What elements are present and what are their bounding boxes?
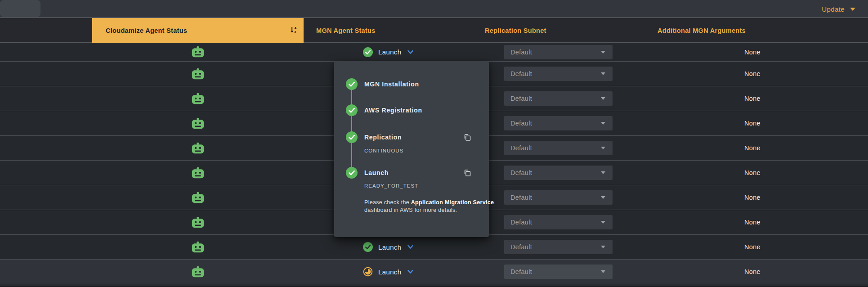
additional-mgn-arguments-value: None: [720, 111, 785, 135]
additional-mgn-arguments-value: None: [720, 136, 785, 160]
step-connector-line: [351, 84, 352, 173]
migration-table-page: Update Cloudamize Agent Status A z MGN A…: [0, 0, 868, 287]
select-caret-icon: [601, 97, 605, 100]
status-success-icon: [363, 47, 373, 57]
select-caret-icon: [601, 196, 605, 199]
cloudamize-agent-robot-icon: [191, 136, 205, 160]
selected-option: Default: [510, 194, 532, 201]
additional-mgn-arguments-value: None: [720, 260, 785, 284]
selected-option: Default: [510, 49, 532, 56]
update-dropdown-button[interactable]: Update: [822, 0, 855, 18]
top-bar: Update: [0, 0, 868, 18]
mgn-status-label: Launch: [378, 243, 402, 251]
selected-option: Default: [510, 120, 532, 127]
replication-subnet-select[interactable]: Default: [504, 166, 613, 180]
replication-subnet-select[interactable]: Default: [504, 240, 613, 254]
step-label: MGN Installation: [364, 81, 419, 88]
column-header-cloudamize-agent-status[interactable]: Cloudamize Agent Status A z: [92, 18, 304, 43]
replication-subnet-select[interactable]: Default: [504, 116, 613, 130]
cloudamize-agent-robot-icon: [191, 235, 205, 259]
replication-subnet-select[interactable]: Default: [504, 91, 613, 106]
update-label: Update: [822, 5, 845, 13]
table-row: Launch Default None: [0, 260, 868, 284]
mgn-status-expander[interactable]: Launch: [363, 235, 414, 259]
copy-icon[interactable]: [463, 169, 471, 177]
additional-mgn-arguments-value: None: [720, 62, 785, 86]
replication-subnet-select[interactable]: Default: [504, 265, 613, 279]
select-caret-icon: [601, 171, 605, 174]
column-header-replication-subnet[interactable]: Replication Subnet: [485, 18, 546, 43]
mgn-status-label: Launch: [378, 48, 402, 56]
column-header-additional-mgn-arguments[interactable]: Additional MGN Arguments: [658, 18, 746, 43]
replication-subnet-select[interactable]: Default: [504, 215, 613, 229]
replication-subnet-select[interactable]: Default: [504, 45, 613, 59]
additional-mgn-arguments-value: None: [720, 161, 785, 185]
chevron-down-icon: [850, 8, 855, 11]
table-row: Launch Default None: [0, 43, 868, 62]
step-success-icon: [346, 78, 358, 90]
svg-text:z: z: [295, 30, 296, 33]
selected-option: Default: [510, 169, 532, 176]
chevron-down-icon[interactable]: [407, 244, 414, 250]
mgn-status-expander[interactable]: Launch: [363, 260, 414, 284]
selected-option: Default: [510, 243, 532, 251]
table-bottom-edge: [0, 284, 868, 287]
cloudamize-agent-robot-icon: [191, 185, 205, 210]
table-header-row: Cloudamize Agent Status A z MGN Agent St…: [0, 18, 868, 43]
mgn-status-label: Launch: [378, 268, 402, 276]
additional-mgn-arguments-value: None: [720, 86, 785, 111]
column-header-mgn-agent-status[interactable]: MGN Agent Status: [316, 18, 376, 43]
replication-status-value: CONTINUOUS: [364, 148, 403, 153]
cloudamize-agent-robot-icon: [191, 62, 205, 86]
cloudamize-agent-robot-icon: [191, 86, 205, 111]
cloudamize-agent-robot-icon: [191, 210, 205, 234]
replication-subnet-select[interactable]: Default: [504, 141, 613, 155]
step-aws-registration: AWS Registration: [346, 104, 422, 116]
selected-option: Default: [510, 95, 532, 102]
note-bold-text: Application Migration Service: [411, 199, 494, 206]
status-in-progress-icon: [363, 267, 373, 277]
step-success-icon: [346, 131, 358, 143]
chevron-down-icon[interactable]: [407, 269, 414, 274]
replication-subnet-select[interactable]: Default: [504, 67, 613, 81]
additional-mgn-arguments-value: None: [720, 43, 785, 61]
svg-text:A: A: [294, 26, 297, 30]
copy-icon[interactable]: [463, 133, 471, 141]
step-mgn-installation: MGN Installation: [346, 78, 419, 90]
step-replication: Replication: [346, 131, 402, 143]
table-row: Launch Default None: [0, 235, 868, 260]
status-success-icon: [363, 242, 373, 252]
cloudamize-agent-robot-icon: [191, 161, 205, 185]
select-caret-icon: [601, 122, 605, 125]
cloudamize-agent-robot-icon: [191, 43, 205, 61]
selected-option: Default: [510, 144, 532, 152]
step-label: Launch: [364, 169, 389, 176]
mgn-status-expander[interactable]: Launch: [363, 43, 414, 61]
selected-option: Default: [510, 268, 532, 275]
select-caret-icon: [601, 246, 605, 248]
column-label: Additional MGN Arguments: [658, 27, 746, 34]
top-left-tab[interactable]: [0, 0, 40, 17]
selected-option: Default: [510, 219, 532, 226]
step-success-icon: [346, 104, 358, 116]
cloudamize-agent-robot-icon: [191, 111, 205, 135]
step-launch: Launch: [346, 167, 389, 179]
column-label: MGN Agent Status: [316, 27, 376, 34]
mgn-status-popover: MGN Installation AWS Registration Replic…: [334, 61, 489, 237]
select-caret-icon: [601, 72, 605, 75]
launch-status-value: READY_FOR_TEST: [364, 183, 418, 188]
chevron-down-icon[interactable]: [407, 49, 414, 55]
column-label: Replication Subnet: [485, 27, 546, 34]
replication-subnet-select[interactable]: Default: [504, 190, 613, 205]
select-caret-icon: [601, 221, 605, 224]
select-caret-icon: [601, 270, 605, 273]
additional-mgn-arguments-value: None: [720, 210, 785, 234]
selected-option: Default: [510, 70, 532, 77]
additional-mgn-arguments-value: None: [720, 185, 785, 210]
select-caret-icon: [601, 51, 605, 54]
sort-descending-az-icon[interactable]: A z: [290, 26, 298, 35]
select-caret-icon: [601, 147, 605, 149]
popover-note: Please check the Application Migration S…: [364, 199, 496, 214]
step-label: AWS Registration: [364, 107, 422, 114]
step-success-icon: [346, 167, 358, 179]
